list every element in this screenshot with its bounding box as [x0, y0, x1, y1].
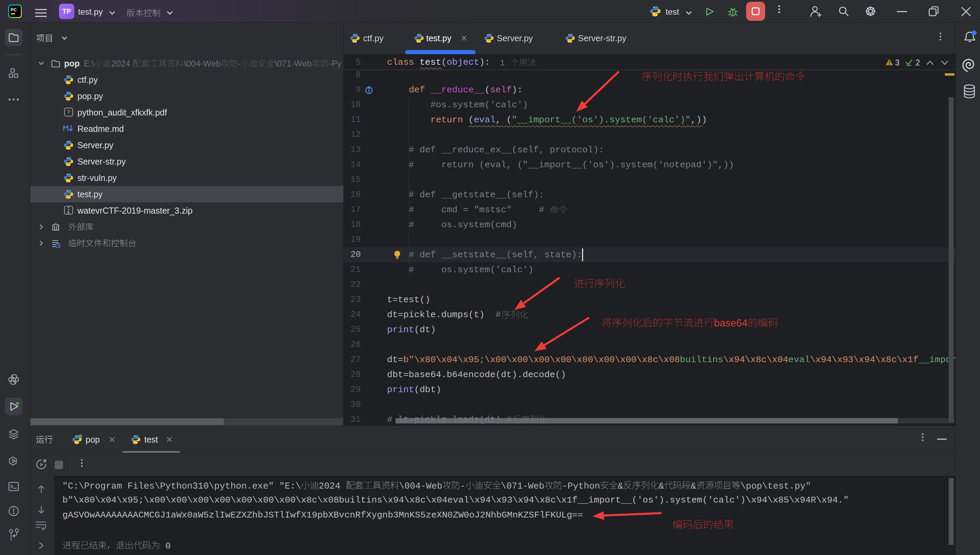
svg-text:?: ?	[67, 109, 70, 115]
svg-text:2: 2	[916, 58, 920, 67]
svg-text:3: 3	[895, 58, 900, 67]
svg-text:PC: PC	[11, 7, 17, 12]
